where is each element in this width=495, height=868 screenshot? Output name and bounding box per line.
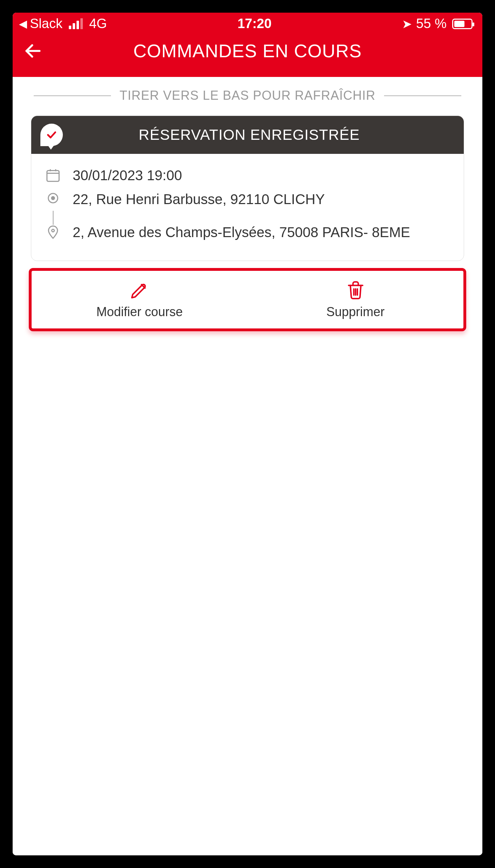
destination-pin-icon bbox=[43, 223, 63, 240]
origin-dot-icon bbox=[43, 190, 63, 205]
trash-icon bbox=[345, 279, 366, 300]
device-frame: ◀ Slack 4G 17:20 ➤ 55 % bbox=[0, 0, 495, 868]
reservation-card-body: 30/01/2023 19:00 22, Rue Henri Barbusse,… bbox=[31, 154, 464, 261]
signal-icon bbox=[69, 19, 83, 29]
svg-point-9 bbox=[52, 197, 54, 200]
content[interactable]: TIRER VERS LE BAS POUR RAFRAÎCHIR RÉSERV… bbox=[13, 77, 482, 855]
svg-rect-1 bbox=[47, 171, 59, 182]
destination-value: 2, Avenue des Champs-Elysées, 75008 PARI… bbox=[73, 223, 452, 242]
back-to-app-label[interactable]: Slack bbox=[30, 16, 62, 31]
calendar-icon bbox=[43, 166, 63, 183]
topbar: ◀ Slack 4G 17:20 ➤ 55 % bbox=[13, 13, 482, 77]
check-badge-icon bbox=[40, 124, 63, 146]
status-left: ◀ Slack 4G bbox=[19, 16, 107, 31]
back-to-app-caret-icon[interactable]: ◀ bbox=[19, 19, 27, 29]
back-button[interactable] bbox=[23, 41, 55, 61]
modify-label: Modifier course bbox=[96, 305, 183, 319]
divider bbox=[34, 95, 111, 96]
modify-button[interactable]: Modifier course bbox=[32, 271, 248, 328]
delete-button[interactable]: Supprimer bbox=[248, 271, 463, 328]
arrow-left-icon bbox=[23, 41, 43, 61]
reservation-card-header: RÉSERVATION ENREGISTRÉE bbox=[31, 116, 464, 154]
screen: ◀ Slack 4G 17:20 ➤ 55 % bbox=[13, 13, 482, 855]
origin-value: 22, Rue Henri Barbusse, 92110 CLICHY bbox=[73, 190, 452, 209]
page-title: COMMANDES EN COURS bbox=[55, 40, 472, 61]
pencil-icon bbox=[129, 279, 150, 300]
clock: 17:20 bbox=[237, 16, 271, 31]
action-bar: Modifier course Supprimer bbox=[29, 268, 466, 331]
svg-point-10 bbox=[52, 229, 54, 232]
pull-hint-label: TIRER VERS LE BAS POUR RAFRAÎCHIR bbox=[119, 88, 375, 103]
destination-row: 2, Avenue des Champs-Elysées, 75008 PARI… bbox=[43, 223, 452, 242]
battery-icon bbox=[451, 19, 473, 29]
app-header: COMMANDES EN COURS bbox=[13, 33, 482, 77]
divider bbox=[384, 95, 461, 96]
status-bar: ◀ Slack 4G 17:20 ➤ 55 % bbox=[13, 13, 482, 33]
pull-to-refresh-hint: TIRER VERS LE BAS POUR RAFRAÎCHIR bbox=[13, 77, 482, 109]
datetime-value: 30/01/2023 19:00 bbox=[73, 166, 452, 185]
status-right: ➤ 55 % bbox=[402, 16, 473, 31]
delete-label: Supprimer bbox=[326, 305, 384, 319]
battery-label: 55 % bbox=[416, 16, 447, 31]
network-label: 4G bbox=[89, 16, 107, 31]
location-icon: ➤ bbox=[402, 17, 412, 31]
origin-row: 22, Rue Henri Barbusse, 92110 CLICHY bbox=[43, 190, 452, 209]
datetime-row: 30/01/2023 19:00 bbox=[43, 166, 452, 185]
reservation-card: RÉSERVATION ENREGISTRÉE bbox=[31, 116, 464, 261]
reservation-status-title: RÉSERVATION ENREGISTRÉE bbox=[72, 126, 455, 143]
